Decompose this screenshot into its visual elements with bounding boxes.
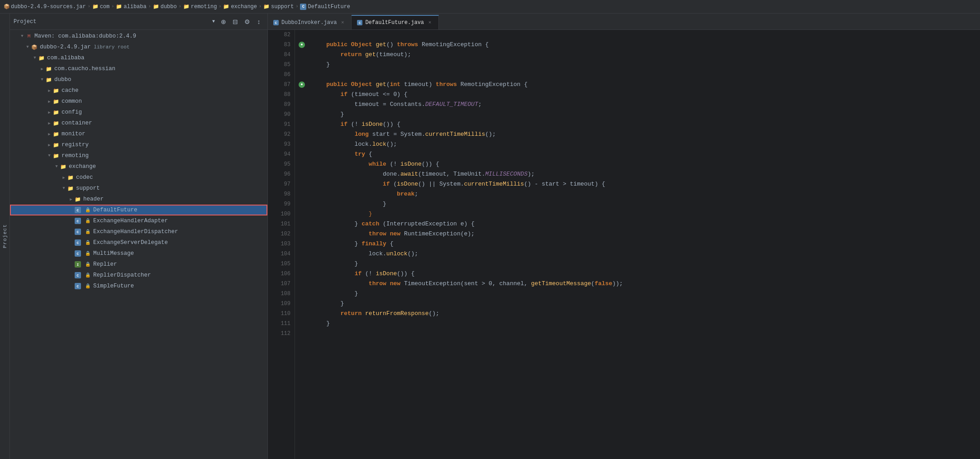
tree-item-monitor[interactable]: 📁 monitor <box>10 129 267 139</box>
tree-arrow <box>68 196 74 202</box>
tree-item-replier[interactable]: I 🔒 Replier <box>10 259 267 270</box>
code-line-99: } <box>312 199 980 209</box>
code-content[interactable]: public Object get() throws RemotingExcep… <box>309 30 980 459</box>
breadcrumb-item-alibaba[interactable]: 📁 alibaba <box>116 4 146 10</box>
tree-item-replierdispatcher[interactable]: C 🔒 ReplierDispatcher <box>10 270 267 281</box>
tree-label-exchange: exchange <box>69 163 96 170</box>
tab-label: DubboInvoker.java <box>281 19 337 26</box>
class-icon: C <box>300 4 306 10</box>
tree-item-registry[interactable]: 📁 registry <box>10 139 267 150</box>
pkg-folder-icon: 📁 <box>60 163 67 170</box>
tree-item-exchangehandleradapter[interactable]: C 🔒 ExchangeHandlerAdapter <box>10 215 267 226</box>
tree-arrow <box>68 261 74 268</box>
tree-label-com-caucho: com.caucho.hessian <box>54 66 115 72</box>
pkg-folder-icon: 📁 <box>52 130 60 138</box>
breadcrumb-item-class[interactable]: C DefaultFuture <box>300 4 350 10</box>
class-icon: I <box>74 261 81 268</box>
tree-item-support[interactable]: 📁 support <box>10 183 267 194</box>
tab-defaultfuture[interactable]: C DefaultFuture.java × <box>352 15 439 29</box>
breadcrumb-item-remoting[interactable]: 📁 remoting <box>183 4 217 10</box>
impl-icon: 🔒 <box>84 228 91 235</box>
tree-label-maven: Maven: com.alibaba:dubbo:2.4.9 <box>34 33 136 39</box>
tree-arrow <box>61 185 67 191</box>
tree-label-monitor: monitor <box>62 131 86 137</box>
code-line-90: } <box>312 110 980 120</box>
pkg-folder-icon: 📁 <box>67 185 74 192</box>
tree-item-exchangehandlerdispatcher[interactable]: C 🔒 ExchangeHandlerDispatcher <box>10 226 267 237</box>
tree-item-header[interactable]: 📁 header <box>10 194 267 205</box>
tree-item-remoting[interactable]: 📁 remoting <box>10 150 267 161</box>
impl-icon: 🔒 <box>84 272 91 279</box>
tab-close-button[interactable]: × <box>339 19 346 26</box>
tree-item-config[interactable]: 📁 config <box>10 107 267 118</box>
tree-label-remoting: remoting <box>62 153 89 159</box>
tree-item-common[interactable]: 📁 common <box>10 96 267 107</box>
tree-arrow <box>68 250 74 257</box>
tree-item-com-caucho[interactable]: 📁 com.caucho.hessian <box>10 63 267 74</box>
pkg-folder-icon: 📁 <box>67 174 74 181</box>
tree-item-com-alibaba[interactable]: 📁 com.alibaba <box>10 53 267 63</box>
tab-icon: C <box>273 20 279 25</box>
side-panel-tab[interactable]: Project <box>0 14 10 459</box>
jar-icon: 📦 <box>4 4 10 10</box>
tree-label-library: library root <box>91 44 130 50</box>
tree-item-codec[interactable]: 📁 codec <box>10 172 267 183</box>
project-panel: Project ▼ ⊕ ⊟ ⚙ ↕ M Maven: com.alibaba:d… <box>10 14 268 459</box>
tree-label-config: config <box>62 109 82 115</box>
tree-arrow <box>68 207 74 213</box>
breadcrumb-item-jar[interactable]: dubbo-2.4.9-sources.jar <box>11 4 86 10</box>
gutter-marker-83: ● <box>299 42 305 48</box>
tree-item-jar-root[interactable]: 📦 dubbo-2.4.9.jar library root <box>10 42 267 53</box>
tree-item-container[interactable]: 📁 container <box>10 118 267 129</box>
breadcrumb-item-support[interactable]: 📁 support <box>263 4 294 10</box>
gear-button[interactable]: ↕ <box>254 17 264 27</box>
settings-button[interactable]: ⚙ <box>242 17 252 27</box>
code-line-112 <box>312 329 980 339</box>
pkg-icon: 📁 <box>92 4 99 10</box>
editor-area: C DubboInvoker.java × C DefaultFuture.ja… <box>268 14 980 459</box>
code-line-104: lock.unlock(); <box>312 249 980 259</box>
line-numbers: 82 83 84 85 86 87 88 89 90 91 92 93 94 9… <box>268 30 295 459</box>
tree-item-simplefuture[interactable]: C 🔒 SimpleFuture <box>10 281 267 292</box>
impl-icon: 🔒 <box>84 217 91 225</box>
tab-bar: C DubboInvoker.java × C DefaultFuture.ja… <box>268 14 980 30</box>
pkg-icon: 📁 <box>223 4 229 10</box>
tree-label-replierdispatcher: ReplierDispatcher <box>93 272 151 278</box>
code-line-93: lock.lock(); <box>312 139 980 149</box>
tab-dubboinvoker[interactable]: C DubboInvoker.java × <box>268 15 352 29</box>
impl-icon: 🔒 <box>84 239 91 246</box>
code-line-97: if (isDone() || System.currentTimeMillis… <box>312 179 980 189</box>
code-line-102: throw new RuntimeException(e); <box>312 229 980 239</box>
tree-item-exchangeserverdelegate[interactable]: C 🔒 ExchangeServerDelegate <box>10 237 267 248</box>
sync-button[interactable]: ⊕ <box>219 17 228 27</box>
tree-item-defaultfuture[interactable]: C 🔒 DefaultFuture <box>10 205 267 215</box>
tree-arrow <box>68 239 74 246</box>
maven-icon: M <box>25 33 33 40</box>
tree-arrow <box>68 283 74 289</box>
tree-item-cache[interactable]: 📁 cache <box>10 85 267 96</box>
breadcrumb-item-dubbo[interactable]: 📁 dubbo <box>153 4 177 10</box>
collapse-button[interactable]: ⊟ <box>230 17 240 27</box>
breadcrumb: 📦 dubbo-2.4.9-sources.jar › 📁 com › 📁 al… <box>0 0 980 14</box>
code-line-106: if (! isDone()) { <box>312 269 980 279</box>
code-line-95: while (! isDone()) { <box>312 159 980 169</box>
tree-item-multimessage[interactable]: C 🔒 MultiMessage <box>10 248 267 259</box>
pkg-folder-icon: 📁 <box>38 54 45 62</box>
code-line-110: return returnFromResponse(); <box>312 309 980 319</box>
tab-close-button[interactable]: × <box>427 19 433 26</box>
code-line-98: break; <box>312 189 980 199</box>
impl-icon: 🔒 <box>84 250 91 257</box>
tree-item-maven-root[interactable]: M Maven: com.alibaba:dubbo:2.4.9 <box>10 31 267 42</box>
tree-arrow <box>46 142 52 148</box>
panel-dropdown-arrow[interactable]: ▼ <box>212 19 215 24</box>
tree-label-exchangehandleradapter: ExchangeHandlerAdapter <box>93 218 168 224</box>
breadcrumb-item-com[interactable]: 📁 com <box>92 4 110 10</box>
code-line-85: } <box>312 60 980 70</box>
class-icon: C <box>74 239 81 246</box>
code-line-109: } <box>312 299 980 309</box>
class-icon: C <box>74 272 81 279</box>
tree-item-exchange[interactable]: 📁 exchange <box>10 161 267 172</box>
tree-item-dubbo[interactable]: 📁 dubbo <box>10 74 267 85</box>
breadcrumb-item-exchange[interactable]: 📁 exchange <box>223 4 257 10</box>
class-icon: C <box>74 217 81 225</box>
